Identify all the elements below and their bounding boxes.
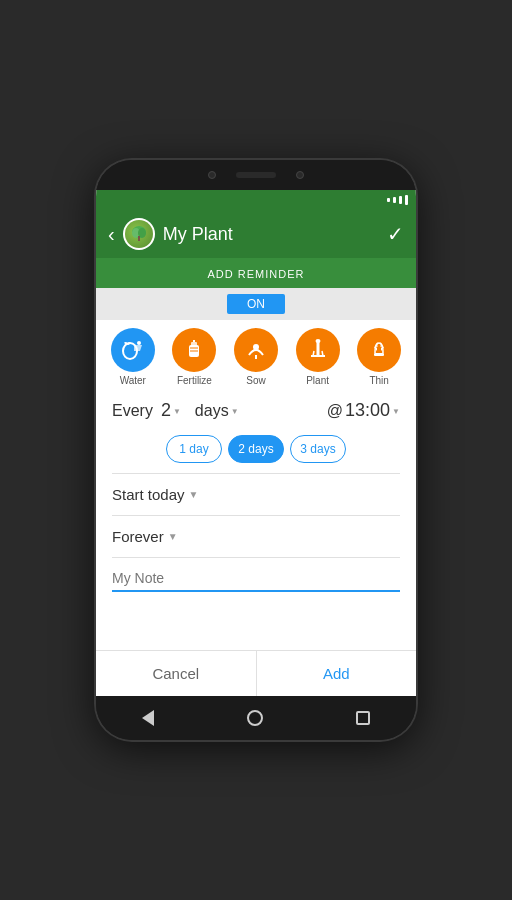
- svg-rect-3: [138, 236, 140, 241]
- note-input[interactable]: [112, 566, 400, 592]
- add-button[interactable]: Add: [257, 651, 417, 696]
- water-icon-circle: [111, 328, 155, 372]
- time-selector[interactable]: @ 13:00 ▼: [327, 400, 400, 421]
- svg-point-5: [137, 341, 141, 345]
- svg-rect-16: [374, 353, 384, 356]
- svg-point-14: [315, 339, 320, 343]
- frequency-unit-arrow: ▼: [231, 407, 239, 416]
- thin-icon-circle: [357, 328, 401, 372]
- confirm-button[interactable]: ✓: [387, 222, 404, 246]
- plant-icon-circle: [296, 328, 340, 372]
- start-date-row[interactable]: Start today ▼: [96, 474, 416, 515]
- reminder-type-plant[interactable]: Plant: [289, 328, 347, 386]
- page-title: My Plant: [163, 224, 233, 245]
- signal-bar-3: [399, 196, 402, 204]
- reminder-types-row: Water Fertilize: [96, 320, 416, 390]
- toggle-switch[interactable]: ON: [227, 294, 285, 314]
- status-icons: [387, 195, 408, 205]
- reminder-section-bar: ADD REMINDER: [96, 258, 416, 288]
- phone-top-bar: [96, 160, 416, 190]
- home-nav-button[interactable]: [247, 710, 263, 726]
- back-button[interactable]: ‹: [108, 223, 115, 246]
- duration-arrow: ▼: [168, 531, 178, 542]
- signal-bar-4: [405, 195, 408, 205]
- svg-rect-7: [191, 342, 197, 346]
- frequency-number-selector[interactable]: 2 ▼: [161, 400, 181, 421]
- main-content: Water Fertilize: [96, 320, 416, 696]
- plant-label: Plant: [306, 375, 329, 386]
- reminder-bar-label: ADD REMINDER: [208, 268, 305, 280]
- day-buttons-row: 1 day 2 days 3 days: [96, 431, 416, 473]
- front-sensor: [296, 171, 304, 179]
- phone-speaker: [236, 172, 276, 178]
- navigation-bar: [96, 696, 416, 740]
- start-date-arrow: ▼: [189, 489, 199, 500]
- frequency-number: 2: [161, 400, 171, 421]
- day-option-3[interactable]: 3 days: [290, 435, 346, 463]
- time-value: 13:00: [345, 400, 390, 421]
- avatar-inner: [125, 220, 153, 248]
- at-symbol: @: [327, 402, 343, 420]
- frequency-number-arrow: ▼: [173, 407, 181, 416]
- app-header: ‹ My Plant ✓: [96, 210, 416, 258]
- svg-rect-10: [190, 350, 198, 352]
- cancel-button[interactable]: Cancel: [96, 651, 257, 696]
- water-label: Water: [120, 375, 146, 386]
- signal-bar-1: [387, 198, 390, 202]
- frequency-row: Every 2 ▼ days ▼ @ 13:00 ▼: [96, 390, 416, 431]
- note-container: [96, 558, 416, 604]
- every-label: Every: [112, 402, 153, 420]
- phone-frame: ‹ My Plant ✓ ADD REMINDER: [96, 160, 416, 740]
- avatar: [123, 218, 155, 250]
- fertilize-label: Fertilize: [177, 375, 212, 386]
- fertilize-icon-circle: [172, 328, 216, 372]
- frequency-unit: days: [195, 402, 229, 420]
- thin-label: Thin: [369, 375, 388, 386]
- duration-row[interactable]: Forever ▼: [96, 516, 416, 557]
- start-date-label: Start today: [112, 486, 185, 503]
- status-bar: [96, 190, 416, 210]
- day-option-1[interactable]: 1 day: [166, 435, 222, 463]
- action-buttons: Cancel Add: [96, 650, 416, 696]
- sow-icon-circle: [234, 328, 278, 372]
- reminder-type-water[interactable]: Water: [104, 328, 162, 386]
- reminder-type-thin[interactable]: Thin: [350, 328, 408, 386]
- back-nav-button[interactable]: [142, 710, 154, 726]
- header-left: ‹ My Plant: [108, 218, 233, 250]
- reminder-type-fertilize[interactable]: Fertilize: [166, 328, 224, 386]
- front-camera: [208, 171, 216, 179]
- frequency-unit-selector[interactable]: days ▼: [195, 402, 239, 420]
- svg-rect-9: [190, 347, 198, 349]
- phone-screen: ‹ My Plant ✓ ADD REMINDER: [96, 190, 416, 696]
- recents-nav-button[interactable]: [356, 711, 370, 725]
- signal-bar-2: [393, 197, 396, 203]
- svg-rect-13: [316, 341, 319, 355]
- toggle-container: ON: [96, 288, 416, 320]
- time-arrow: ▼: [392, 407, 400, 416]
- sow-label: Sow: [246, 375, 265, 386]
- duration-label: Forever: [112, 528, 164, 545]
- day-option-2[interactable]: 2 days: [228, 435, 284, 463]
- reminder-type-sow[interactable]: Sow: [227, 328, 285, 386]
- spacer: [96, 604, 416, 650]
